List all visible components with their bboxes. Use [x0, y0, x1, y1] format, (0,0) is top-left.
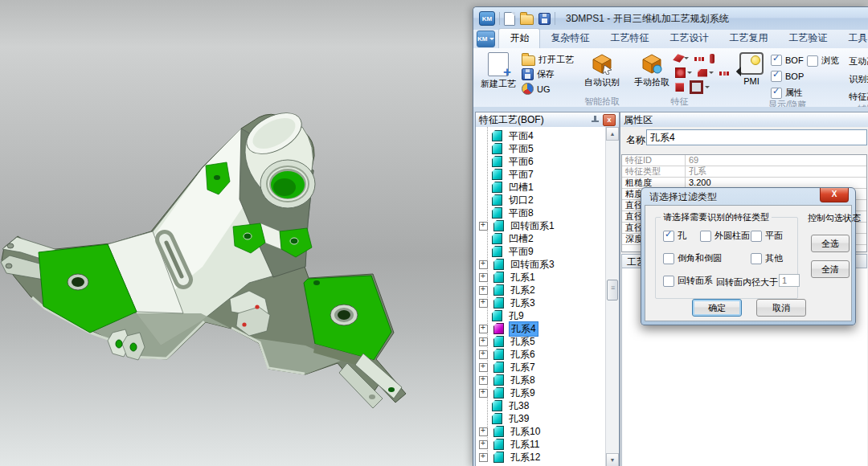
revolve-face-checkbox[interactable]: 回转面系 [663, 275, 713, 287]
checkbox-icon [700, 231, 711, 242]
scrollbar-thumb[interactable] [607, 280, 618, 300]
feature-hole-button[interactable] [675, 53, 689, 63]
open-file-icon[interactable] [520, 14, 534, 25]
tree-item[interactable]: 孔系2 [476, 284, 606, 296]
manual-pick-button[interactable]: 手动拾取 [630, 50, 674, 88]
expand-toggle[interactable] [479, 260, 488, 269]
tree-item[interactable]: 平面8 [476, 206, 606, 219]
expand-toggle[interactable] [479, 299, 488, 308]
ok-button[interactable]: 确定 [692, 299, 742, 317]
expand-toggle[interactable] [479, 376, 488, 385]
feature-plane-button[interactable] [690, 82, 710, 92]
new-process-button[interactable]: 新建工艺 [477, 50, 520, 90]
dialog-close-button[interactable]: X [820, 188, 849, 202]
tree-item[interactable]: 孔系5 [476, 335, 606, 348]
feature-icon [492, 233, 502, 244]
tree-item[interactable]: 孔38 [476, 399, 606, 412]
expand-toggle[interactable] [479, 273, 488, 282]
expand-toggle[interactable] [479, 325, 488, 333]
expand-toggle[interactable] [479, 363, 488, 372]
title-bar[interactable]: KM 3DMPS1 - 开目三维机加工艺规划系统 [473, 7, 868, 31]
expand-toggle[interactable] [479, 350, 488, 359]
clear-all-button[interactable]: 全清 [811, 260, 850, 278]
select-all-button[interactable]: 全选 [811, 235, 850, 252]
expand-toggle[interactable] [479, 453, 488, 462]
auto-recognize-button[interactable]: 自动识别 [580, 50, 624, 88]
expand-toggle[interactable] [479, 337, 488, 346]
feature-cube-button[interactable] [675, 82, 684, 92]
close-icon[interactable]: x [603, 114, 616, 126]
feature-cylinder-button[interactable] [675, 67, 692, 78]
scroll-up-arrow[interactable]: ▲ [606, 127, 619, 141]
tab-complex-features[interactable]: 复杂特征 [540, 29, 600, 48]
tree-item[interactable]: 平面7 [476, 168, 606, 181]
expand-toggle[interactable] [479, 389, 488, 398]
feature-bar-button[interactable] [710, 53, 714, 63]
tree-item[interactable]: 平面5 [476, 142, 606, 155]
inner-diameter-input[interactable] [779, 274, 800, 287]
tab-process-verify[interactable]: 工艺验证 [778, 29, 837, 48]
scroll-down-arrow[interactable]: ▼ [606, 453, 619, 466]
tree-item[interactable]: 孔系11 [476, 438, 606, 451]
tree-item[interactable]: 回转面系1 [476, 219, 606, 232]
tree-item[interactable]: 孔系1 [476, 271, 606, 284]
pmi-button[interactable]: PMI [735, 50, 768, 86]
ug-button[interactable]: UG [522, 83, 574, 95]
tab-process-design[interactable]: 工艺设计 [659, 29, 719, 48]
expand-toggle[interactable] [479, 427, 488, 436]
tree-item-selected[interactable]: 孔系4 [476, 322, 606, 335]
recognition-report-button[interactable]: 识别报告 [849, 73, 868, 85]
tree-item[interactable]: 平面4 [476, 129, 606, 142]
hole-checkbox[interactable]: 孔 [663, 230, 686, 242]
expand-toggle[interactable] [479, 440, 488, 449]
tree-item[interactable]: 回转面系3 [476, 258, 606, 271]
application-menu-button[interactable]: KM [477, 31, 495, 47]
feature-pattern-button[interactable] [694, 53, 704, 63]
tree-item[interactable]: 平面6 [476, 155, 606, 168]
bop-checkbox[interactable]: BOP [771, 71, 804, 82]
tree-item[interactable]: 切口2 [476, 194, 606, 206]
feature-chamfer-button[interactable] [698, 67, 714, 78]
tree-item[interactable]: 孔系8 [476, 374, 606, 386]
ribbon-group-file: 新建工艺 打开工艺 保存 UG [473, 48, 577, 107]
save-button[interactable]: 保存 [522, 68, 574, 80]
tree-item[interactable]: 孔系7 [476, 361, 606, 374]
tree-item[interactable]: 孔39 [476, 412, 606, 425]
tree-item[interactable]: 孔系10 [476, 425, 606, 438]
vertical-scrollbar[interactable]: ▲ ▼ [605, 127, 619, 466]
tree-item[interactable]: 孔系9 [476, 386, 606, 399]
tab-process-reuse[interactable]: 工艺复用 [719, 29, 778, 48]
interactive-highlight-button[interactable]: 互动高亮 [849, 55, 868, 67]
other-checkbox[interactable]: 其他 [751, 252, 783, 264]
tab-process-features[interactable]: 工艺特征 [600, 29, 659, 48]
tree-item[interactable]: 孔系12 [476, 451, 606, 464]
3d-model[interactable] [0, 0, 474, 466]
outer-cylinder-checkbox[interactable]: 外圆柱面 [700, 230, 750, 242]
browse-checkbox[interactable]: 浏览 [807, 55, 839, 67]
expand-toggle[interactable] [479, 222, 488, 231]
save-icon[interactable] [538, 13, 551, 25]
ribbon-group-smart-pick: 自动识别 智能拾取 [577, 48, 627, 107]
tree-item[interactable]: 凹槽1 [476, 181, 606, 194]
open-process-button[interactable]: 打开工艺 [522, 53, 574, 66]
chevron-down-icon [684, 57, 689, 59]
tree-item[interactable]: 孔系3 [476, 296, 606, 309]
tree-item[interactable]: 平面9 [476, 245, 606, 258]
cancel-button[interactable]: 取消 [756, 299, 806, 317]
feature-tree[interactable]: 平面4 平面5 平面6 平面7 凹槽1 切口2 平面8 回转面系1 凹槽2 平面… [476, 127, 619, 466]
tree-item[interactable]: 孔9 [476, 309, 606, 322]
chamfer-fillet-checkbox[interactable]: 倒角和倒圆 [663, 252, 722, 264]
tab-tools[interactable]: 工具 [837, 29, 868, 48]
bof-checkbox[interactable]: BOF [771, 55, 804, 66]
expand-toggle[interactable] [479, 286, 488, 295]
tree-item[interactable]: 孔系6 [476, 348, 606, 361]
property-checkbox[interactable]: 属性 [771, 87, 804, 99]
tree-item[interactable]: 凹槽2 [476, 232, 606, 245]
new-document-icon[interactable] [504, 12, 515, 26]
plane-checkbox[interactable]: 平面 [751, 230, 783, 242]
feature-highlight-button[interactable]: 特征高亮 [849, 91, 868, 103]
tab-start[interactable]: 开始 [498, 28, 540, 48]
pin-icon[interactable] [591, 116, 600, 125]
feature-dots-button[interactable] [719, 67, 729, 78]
name-input[interactable] [646, 129, 867, 145]
